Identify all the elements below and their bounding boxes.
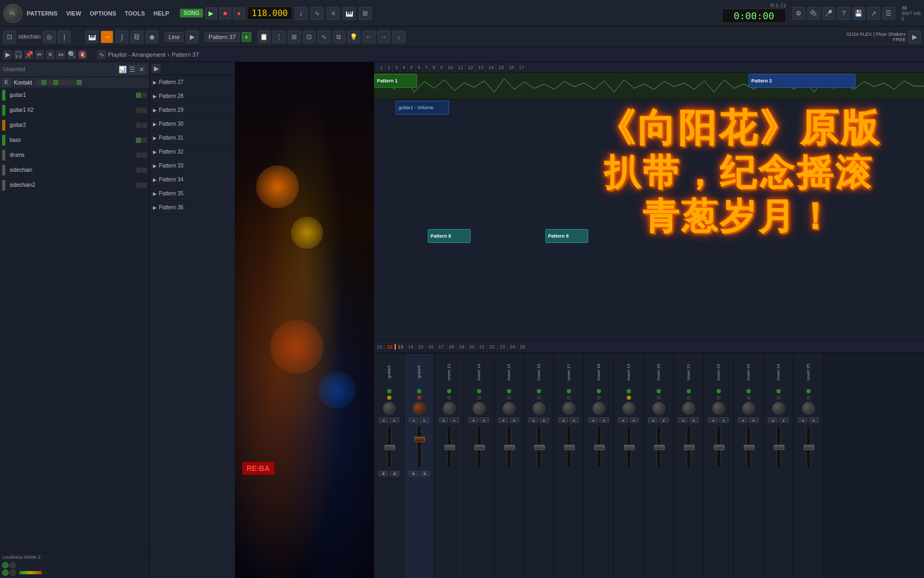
stop-button[interactable]: ■ <box>219 7 231 19</box>
mixer-btn-g5-2[interactable]: ► <box>390 417 399 423</box>
mixer-led-i21[interactable] <box>687 389 691 393</box>
split-icon[interactable]: ⋮ <box>273 31 286 43</box>
mixer-btn-i23-2[interactable]: ► <box>749 417 759 423</box>
pattern-block-1[interactable]: Pattern 1 <box>374 74 417 88</box>
mixer-fader-i24[interactable] <box>776 425 781 468</box>
mixer-fader-i17[interactable] <box>567 425 571 468</box>
mixer-fader-g6[interactable] <box>417 425 421 468</box>
mixer-btn-i17-2[interactable]: ► <box>569 417 579 423</box>
menu-patterns[interactable]: PATTERNS <box>25 9 60 18</box>
mixer-btn-i22-2[interactable]: ► <box>719 417 729 423</box>
mixer-fader-thumb-i21[interactable] <box>684 445 695 450</box>
mixer-knob-g6[interactable] <box>413 402 426 415</box>
mixer-fader-thumb-i14[interactable] <box>474 445 485 450</box>
ch-mini-led3[interactable] <box>136 108 141 113</box>
pattern-item-34[interactable]: ▶ Pattern 34 <box>150 173 235 187</box>
pin-icon[interactable]: 📌 <box>25 50 33 59</box>
copy-icon[interactable]: ⧉ <box>333 31 345 43</box>
mixer-btn-i20-2[interactable]: ► <box>659 417 669 423</box>
mixer-led-g6[interactable] <box>417 389 421 393</box>
mixer-fader-thumb-i19[interactable] <box>624 445 635 450</box>
channel-row-guitar1[interactable]: guitar1 <box>0 88 149 103</box>
mixer-led-i19-2[interactable] <box>627 396 631 400</box>
export-icon[interactable]: ↗ <box>867 7 880 20</box>
channel-row-bass[interactable]: bass <box>0 133 149 148</box>
mixer-knob-mini-g5-2[interactable]: ◉ <box>390 471 399 476</box>
bpm-display[interactable]: 118.000 <box>247 6 292 20</box>
mixer-fader-thumb-i16[interactable] <box>534 445 545 450</box>
collapse-icon[interactable]: ◁ <box>362 65 371 74</box>
bulb-icon[interactable]: 💡 <box>348 31 360 43</box>
ch-led-6[interactable] <box>65 80 70 85</box>
mixer-knob-mini-g5-1[interactable]: ◉ <box>379 471 388 476</box>
piano-roll-icon[interactable]: 🎹 <box>86 31 98 43</box>
pattern-item-33[interactable]: ▶ Pattern 33 <box>150 159 235 173</box>
pr-note-block-2[interactable] <box>285 128 371 139</box>
mute-icon[interactable]: 🔇 <box>78 50 87 59</box>
mixer-knob-i20[interactable] <box>652 402 665 415</box>
ch-mini-led9[interactable] <box>136 153 141 158</box>
wave2-icon[interactable]: ∿ <box>318 31 330 43</box>
list-icon[interactable]: ☰ <box>128 65 136 74</box>
mixer-fader-thumb-i23[interactable] <box>744 445 754 450</box>
mixer-btn-i24-2[interactable]: ► <box>779 417 789 423</box>
mixer-fader-thumb-i22[interactable] <box>714 445 725 450</box>
pattern-item-27[interactable]: ▶ Pattern 27 <box>150 75 235 89</box>
mixer-btn-i25-2[interactable]: ► <box>809 417 819 423</box>
mixer-knob-i21[interactable] <box>682 402 695 415</box>
mic-icon[interactable]: 🎤 <box>822 7 835 20</box>
mixer-fader-i19[interactable] <box>627 425 631 468</box>
mixer-btn-g6-2[interactable]: ► <box>420 417 429 423</box>
mixer-knob-i19[interactable] <box>622 402 635 415</box>
mixer-fader-thumb-i25[interactable] <box>804 445 814 450</box>
plugin-icon[interactable]: 🔌 <box>807 7 820 20</box>
mixer-led-i13[interactable] <box>447 389 451 393</box>
mixer-btn-i21-1[interactable]: ◄ <box>678 417 688 423</box>
mixer-fader-thumb-i15[interactable] <box>504 445 515 450</box>
ch-led-1[interactable] <box>35 80 41 85</box>
mixer-led-i22[interactable] <box>717 389 721 393</box>
mixer-knob-g5[interactable] <box>383 402 396 415</box>
pattern-item-28[interactable]: ▶ Pattern 28 <box>150 89 235 103</box>
grid-icon[interactable]: ⊞ <box>288 31 301 43</box>
pattern-block-guitar1[interactable]: guitar1 - Volume <box>396 101 449 115</box>
mixer-btn-g6-1[interactable]: ◄ <box>409 417 418 423</box>
mixer-led-i19[interactable] <box>627 389 631 393</box>
mixer-fader-i16[interactable] <box>537 425 541 468</box>
pin-icon2[interactable]: 📌 <box>264 65 273 74</box>
ch-mini-led14[interactable] <box>142 182 147 188</box>
clip-icon[interactable]: 📋 <box>258 31 271 43</box>
mixer-btn-i15-1[interactable]: ◄ <box>498 417 508 423</box>
mixer-btn-i22-1[interactable]: ◄ <box>708 417 718 423</box>
fl-studio-logo[interactable]: FL <box>3 4 22 23</box>
nav-right-icon[interactable]: ▶ <box>908 31 921 43</box>
ch-mini-led2[interactable] <box>142 93 147 98</box>
ch-mini-led13[interactable] <box>136 182 141 188</box>
mixer-btn-i18-2[interactable]: ► <box>599 417 609 423</box>
ch-mini-led11[interactable] <box>136 168 141 173</box>
mixer-fader-i20[interactable] <box>657 425 661 468</box>
channel-row-sidechain2[interactable]: sidechain2 <box>0 178 149 193</box>
mixer-btn-i18-1[interactable]: ◄ <box>588 417 598 423</box>
mixer-btn-i24-1[interactable]: ◄ <box>768 417 777 423</box>
mixer-fader-i18[interactable] <box>597 425 601 468</box>
mixer-led-i15[interactable] <box>507 389 511 393</box>
eq-icon[interactable]: ⊡ <box>303 31 315 43</box>
pencil-icon[interactable]: ✏ <box>35 50 44 59</box>
mixer-led-g6-r[interactable] <box>417 396 421 400</box>
mixer-knob-i18[interactable] <box>592 402 605 415</box>
pr-track-guitar1[interactable]: guitar1 <box>235 77 374 93</box>
mixer-knob-i23[interactable] <box>742 402 755 415</box>
mixer-btn-i16-2[interactable]: ► <box>540 417 549 423</box>
transport-small-icon[interactable]: ▶ <box>3 50 12 59</box>
pattern-block-8b[interactable]: Pattern 8 <box>545 229 588 243</box>
mixer-led-i20[interactable] <box>657 389 661 393</box>
mixer-knob-mini-g6-1[interactable]: ◉ <box>409 471 418 476</box>
ch-led-7[interactable] <box>71 80 76 85</box>
pr-track-guitar1-vol[interactable]: guitar1 - Volume <box>235 109 374 125</box>
mixer-fader-thumb-g5[interactable] <box>384 445 395 450</box>
ch-mini-led4[interactable] <box>142 108 147 113</box>
mixer-knob-i15[interactable] <box>503 402 515 415</box>
mixer-knob-i24[interactable] <box>772 402 785 415</box>
mixer-led-i17[interactable] <box>567 389 571 393</box>
